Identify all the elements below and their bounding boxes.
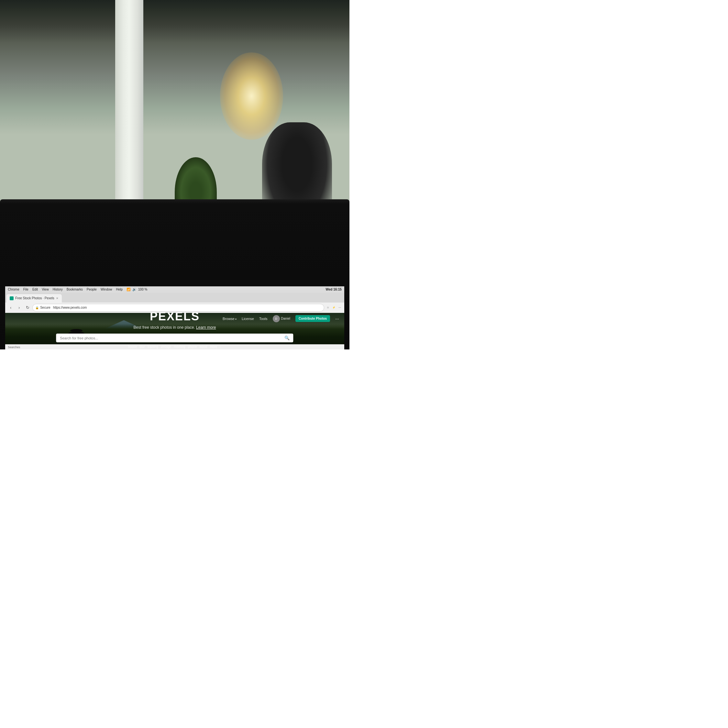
view-menu-item[interactable]: View bbox=[42, 288, 49, 291]
back-button[interactable]: ‹ bbox=[7, 304, 14, 311]
search-icon[interactable]: 🔍 bbox=[284, 335, 290, 340]
bg-window-bright bbox=[220, 52, 283, 140]
suggestion-meeting[interactable]: meeting bbox=[174, 345, 185, 349]
bookmarks-menu-item[interactable]: Bookmarks bbox=[67, 288, 83, 291]
file-menu-item[interactable]: File bbox=[23, 288, 29, 291]
pexels-tagline: Best free stock photos in one place. Lea… bbox=[56, 325, 293, 330]
system-time: Wed 16:15 bbox=[326, 288, 342, 291]
system-menu-bar: Chrome File Edit View History Bookmarks … bbox=[5, 286, 344, 293]
suggestion-vintage[interactable]: vintage bbox=[161, 345, 171, 349]
address-url: https://www.pexels.com bbox=[53, 306, 87, 309]
bookmark-star-icon[interactable]: ☆ bbox=[326, 305, 331, 310]
chrome-nav-row: ‹ › ↻ 🔒 Secure https://www.pexels.com ☆ … bbox=[5, 303, 344, 313]
help-menu-item[interactable]: Help bbox=[116, 288, 122, 291]
browser-window: Chrome File Edit View History Bookmarks … bbox=[5, 286, 344, 349]
bg-pillar bbox=[115, 0, 143, 217]
learn-more-link[interactable]: Learn more bbox=[196, 325, 216, 330]
wifi-icon: 📶 bbox=[127, 288, 130, 291]
contribute-photos-button[interactable]: Contribute Photos bbox=[295, 315, 330, 322]
screen-frame: Chrome File Edit View History Bookmarks … bbox=[0, 199, 349, 349]
chrome-tabbar: Free Stock Photos · Pexels ✕ bbox=[5, 293, 344, 303]
suggestion-house[interactable]: house bbox=[128, 345, 137, 349]
volume-icon: 🔊 bbox=[132, 288, 136, 291]
status-searches-label: Searches bbox=[8, 346, 20, 349]
more-options-button[interactable]: ··· bbox=[335, 316, 339, 321]
suggestion-training[interactable]: training bbox=[148, 345, 158, 349]
edit-menu-item[interactable]: Edit bbox=[32, 288, 38, 291]
history-menu-item[interactable]: History bbox=[53, 288, 63, 291]
battery-icon: 100 % bbox=[138, 288, 147, 291]
extensions-icon[interactable]: ⚡ bbox=[331, 305, 336, 310]
tab-favicon bbox=[10, 297, 14, 300]
tab-close-button[interactable]: ✕ bbox=[56, 297, 58, 300]
tab-title: Free Stock Photos · Pexels bbox=[15, 297, 54, 300]
people-menu-item[interactable]: People bbox=[87, 288, 97, 291]
screen-display: Chrome File Edit View History Bookmarks … bbox=[5, 286, 344, 349]
pexels-hero-content: PEXELS Best free stock photos in one pla… bbox=[56, 313, 293, 349]
address-bar[interactable]: 🔒 Secure https://www.pexels.com bbox=[32, 304, 324, 312]
suggestion-phone[interactable]: phone bbox=[188, 345, 197, 349]
forward-button[interactable]: › bbox=[15, 304, 23, 311]
suggestion-blur[interactable]: blur bbox=[139, 345, 145, 349]
toolbar-right: ☆ ⚡ ⋯ bbox=[326, 305, 342, 310]
chrome-menu-item[interactable]: Chrome bbox=[8, 288, 20, 291]
secure-icon: 🔒 bbox=[35, 306, 39, 309]
website-content: Browse License Tools D Daniel Contribute… bbox=[5, 313, 344, 349]
address-text: Secure bbox=[40, 306, 50, 309]
search-bar[interactable]: 🔍 bbox=[56, 333, 293, 342]
window-menu-item[interactable]: Window bbox=[101, 288, 112, 291]
reload-button[interactable]: ↻ bbox=[24, 304, 31, 311]
search-suggestions: house blur training vintage meeting phon… bbox=[56, 345, 293, 349]
search-input[interactable] bbox=[60, 336, 284, 340]
suggestion-wood[interactable]: wood bbox=[199, 345, 207, 349]
more-suggestions[interactable]: more → bbox=[210, 345, 221, 349]
browser-tab[interactable]: Free Stock Photos · Pexels ✕ bbox=[6, 294, 62, 303]
system-icons: 📶 🔊 100 % bbox=[127, 288, 147, 291]
pexels-logo: PEXELS bbox=[56, 313, 293, 324]
settings-icon[interactable]: ⋯ bbox=[337, 305, 342, 310]
